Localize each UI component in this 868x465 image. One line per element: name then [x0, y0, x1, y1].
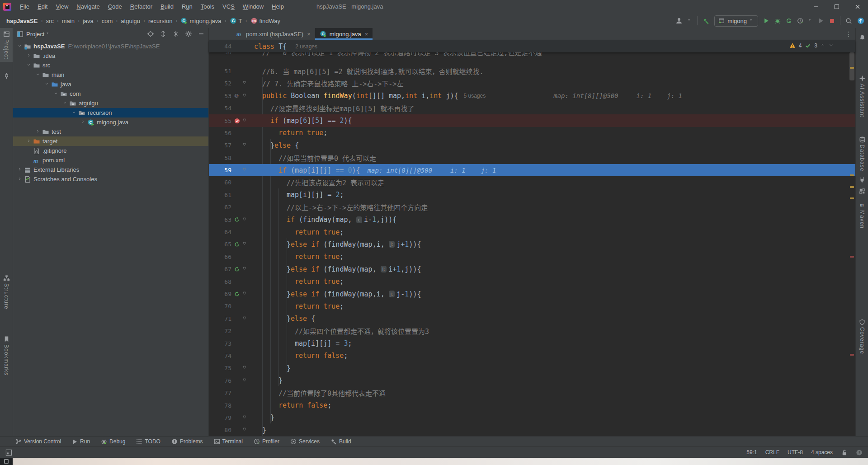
fold-marker-icon[interactable] [243, 118, 248, 123]
code-line-64[interactable]: 64return true; [209, 226, 855, 238]
stop-button-icon[interactable] [829, 18, 835, 24]
code-line-71[interactable]: 71}else { [209, 313, 855, 325]
fold-slot[interactable] [241, 143, 249, 148]
panel-settings-icon[interactable] [185, 30, 192, 38]
fold-marker-icon[interactable] [243, 81, 248, 86]
breadcrumb-item-com[interactable]: com [102, 18, 113, 24]
line-number[interactable]: 69 [209, 291, 231, 297]
run-configuration-select[interactable]: migong [714, 15, 758, 27]
toolbar-item-debug[interactable]: Debug [101, 438, 125, 445]
file-encoding[interactable]: UTF-8 [788, 449, 803, 456]
next-problem-icon[interactable] [829, 43, 835, 48]
indent-setting[interactable]: 4 spaces [811, 449, 833, 456]
line-number[interactable]: 55 [209, 117, 231, 124]
line-number[interactable]: 64 [209, 229, 231, 235]
tree-chevron[interactable] [17, 167, 24, 173]
sidebar-item-notifications[interactable] [856, 32, 868, 44]
search-everywhere-icon[interactable] [845, 18, 852, 24]
tree-chevron[interactable] [17, 44, 24, 49]
line-number[interactable]: 61 [209, 192, 231, 198]
tree-item-target[interactable]: target [13, 136, 208, 146]
fold-marker-icon[interactable] [243, 143, 248, 148]
error-stripe-mark[interactable] [850, 197, 854, 199]
maximize-button[interactable] [826, 0, 847, 14]
tree-chevron[interactable] [26, 139, 33, 144]
menu-file[interactable]: File [16, 0, 33, 14]
code-line-78[interactable]: 78return false; [209, 399, 855, 411]
breadcrumb-item-hspjavase[interactable]: hspJavaSE [6, 18, 38, 24]
code-line-79[interactable]: 79} [209, 412, 855, 424]
code-line-77[interactable]: 77//当前位置除了0其他都代表走不通 [209, 387, 855, 399]
run-button-icon[interactable] [763, 18, 769, 24]
gutter-icon-slot[interactable] [232, 216, 241, 223]
tree-chevron[interactable] [17, 177, 24, 182]
fold-marker-icon[interactable] [243, 316, 248, 321]
fold-slot[interactable] [241, 267, 249, 272]
debug-button-icon[interactable] [774, 18, 781, 24]
code-line-62[interactable]: 62//以上->右->下->左的策略往其他四个方向走 [209, 201, 855, 213]
code-line-51[interactable]: 51//6. 当 map[6][5] =2 就说明找到通路,就可以结束，否则就继… [209, 65, 855, 77]
build-project-icon[interactable] [703, 18, 709, 24]
code-line-80[interactable]: 80} [209, 424, 855, 436]
line-number[interactable]: 60 [209, 179, 231, 186]
code-line-75[interactable]: 75} [209, 362, 855, 374]
tree-chevron[interactable] [62, 101, 69, 106]
sidebar-item-project[interactable]: Project [0, 28, 13, 62]
line-number[interactable]: 54 [209, 105, 231, 112]
gutter-icon-slot[interactable] [232, 291, 241, 297]
fold-marker-icon[interactable] [243, 291, 248, 296]
code-line-53[interactable]: 53@public Boolean findWay(int[][] map,in… [209, 90, 855, 102]
sidebar-item-endpoints[interactable] [856, 174, 868, 186]
tab-close-icon[interactable]: × [307, 31, 311, 38]
scrollbar-thumb[interactable] [849, 52, 854, 80]
tree-item-atguigu[interactable]: atguigu [13, 99, 208, 108]
tree-item-migong-java[interactable]: Cmigong.java [13, 117, 208, 127]
toolbar-item-services[interactable]: Services [290, 438, 320, 445]
fold-slot[interactable] [241, 81, 249, 86]
run-with-coverage-button-icon[interactable] [786, 18, 792, 24]
tree-chevron[interactable] [80, 120, 87, 125]
code-line-59[interactable]: 59if (map[i][j] == 0){map: int[8][]@500i… [209, 164, 855, 176]
tree-item-src[interactable]: src [13, 61, 208, 70]
menu-run[interactable]: Run [178, 0, 197, 14]
code-line-60[interactable]: 60//先把该点设置为2 表示可以走 [209, 176, 855, 188]
fold-slot[interactable] [241, 378, 249, 383]
tab-pom-xml-hspjavase-[interactable]: mpom.xml (hspJavaSE)× [231, 28, 315, 40]
tree-item-scratches-and-consoles[interactable]: Scratches and Consoles [13, 174, 208, 184]
breadcrumb-item-src[interactable]: src [46, 18, 53, 24]
fold-marker-icon[interactable] [243, 378, 248, 383]
code-line-61[interactable]: 61map[i][j] = 2; [209, 189, 855, 201]
editor-scrollbar[interactable] [848, 40, 855, 424]
fold-slot[interactable] [241, 366, 249, 371]
code-line-55[interactable]: 55if (map[6][5] == 2){ [209, 114, 855, 127]
code-line-58[interactable]: 58//如果当前位置是0 代表可以走 [209, 152, 855, 164]
breadcrumb-item-findway[interactable]: mfindWay [250, 17, 280, 24]
fold-marker-icon[interactable] [243, 267, 248, 272]
sidebar-item-ai-assistant[interactable]: AI Assistant [856, 72, 868, 120]
tab-options-icon[interactable]: ⋮ [845, 30, 852, 38]
line-number[interactable]: 52 [209, 80, 231, 87]
caret-position[interactable]: 59:1 [746, 449, 757, 456]
sidebar-item-bookmarks[interactable]: Bookmarks [0, 333, 13, 378]
notifications-status-icon[interactable] [856, 449, 863, 456]
code-line-57[interactable]: 57}else { [209, 139, 855, 151]
tree-item--idea[interactable]: .idea [13, 51, 208, 61]
line-number[interactable]: 75 [209, 365, 231, 371]
line-number[interactable]: 50 [209, 52, 231, 55]
breadcrumb-item-recursion[interactable]: recursion [148, 18, 172, 24]
tool-window-switcher-icon[interactable] [5, 449, 12, 456]
menu-window[interactable]: Window [239, 0, 268, 14]
tree-item-pom-xml[interactable]: mpom.xml [13, 155, 208, 165]
hide-panel-icon[interactable] [198, 30, 205, 38]
tree-item-main[interactable]: main [13, 70, 208, 80]
fold-slot[interactable] [241, 316, 249, 321]
fold-marker-icon[interactable] [243, 168, 248, 173]
line-number[interactable]: 68 [209, 278, 231, 285]
code-line-63[interactable]: 63if (findWay(map, i:i-1,j)){ [209, 213, 855, 225]
menu-vcs[interactable]: VCS [218, 0, 239, 14]
profile-caret-icon[interactable] [688, 19, 692, 23]
line-number[interactable]: 76 [209, 377, 231, 384]
fold-marker-icon[interactable] [243, 415, 248, 420]
tree-chevron[interactable] [44, 82, 51, 87]
sidebar-item-structure[interactable]: Structure [0, 272, 13, 312]
